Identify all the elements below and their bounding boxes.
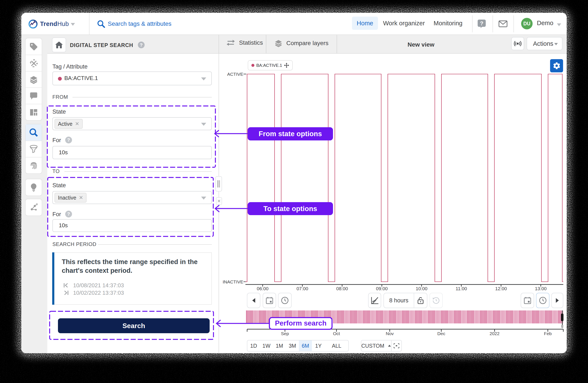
x-tick-label: 07:00	[296, 286, 308, 291]
custom-range-button[interactable]: CUSTOM	[361, 340, 392, 351]
duration-value[interactable]: 8 hours	[384, 297, 414, 304]
annotation-to-state-options: To state options	[248, 202, 333, 215]
triangle-left-icon	[252, 298, 255, 303]
timeline-month-label: 2022	[490, 331, 500, 336]
range-button-1d[interactable]: 1D	[247, 340, 260, 351]
x-tick-label: 09:00	[376, 286, 388, 291]
clock-right-button[interactable]	[536, 293, 549, 308]
history-button[interactable]	[429, 293, 443, 308]
overview-right-handle[interactable]	[561, 313, 564, 321]
splitter-handle[interactable]	[215, 176, 222, 192]
range-button-3m[interactable]: 3M	[286, 340, 299, 351]
range-button-all[interactable]: ALL	[325, 340, 349, 351]
annotation-from-state-options: From state options	[248, 127, 333, 140]
y-label-inactive: INACTIVE	[209, 279, 243, 285]
range-button-1y[interactable]: 1Y	[312, 340, 325, 351]
lock-duration-button[interactable]	[414, 297, 427, 304]
range-button-1w[interactable]: 1W	[260, 340, 273, 351]
x-tick-label: 11:00	[456, 286, 467, 291]
range-button-1m[interactable]: 1M	[273, 340, 286, 351]
selection-box-icon	[394, 343, 399, 348]
digital-step-chart	[21, 13, 567, 353]
caret-up-icon	[388, 344, 391, 347]
step-chart-mode-button[interactable]	[368, 293, 381, 308]
history-icon	[432, 297, 440, 304]
x-tick-label: 06:00	[257, 286, 269, 291]
x-tick-label: 13:00	[535, 286, 547, 291]
custom-range-picker-button[interactable]	[391, 340, 402, 351]
annotation-perform-search: Perform search	[269, 317, 333, 330]
lock-icon	[417, 297, 424, 304]
panel-collapse-icon: ✕	[217, 198, 221, 204]
y-label-active: ACTIVE	[209, 72, 243, 77]
timeline-month-label: Sep	[281, 331, 289, 336]
app-window: TrendHub Search tags & attributes Home W…	[21, 13, 567, 353]
range-button-6m[interactable]: 6M	[299, 340, 312, 351]
timeline-month-label: Oct	[333, 331, 340, 336]
clock-icon	[281, 297, 289, 304]
panel-collapse-button[interactable]: ✕	[216, 197, 222, 205]
calendar-icon	[266, 297, 273, 304]
x-tick-label: 08:00	[336, 286, 348, 291]
custom-range-label: CUSTOM	[361, 343, 384, 349]
screenshot-stage: TrendHub Search tags & attributes Home W…	[0, 0, 588, 383]
splitter-grip-line	[217, 180, 218, 188]
overview-scroll-thumb[interactable]	[561, 325, 563, 328]
calendar-right-button[interactable]	[521, 293, 534, 308]
x-tick-label: 10:00	[416, 286, 427, 291]
triangle-right-icon	[556, 298, 559, 303]
splitter-grip-line	[219, 180, 220, 188]
duration-lock-group: 8 hours	[383, 293, 427, 308]
clock-left-button[interactable]	[278, 293, 292, 308]
timeline-month-label: Feb	[544, 331, 552, 336]
calendar-icon	[524, 297, 531, 304]
step-wave-series	[245, 74, 563, 282]
step-chart-icon	[371, 297, 379, 304]
timeline-month-label: Nov	[386, 331, 394, 336]
pan-right-button[interactable]	[551, 293, 563, 308]
pan-left-button[interactable]	[247, 293, 260, 308]
clock-icon	[539, 297, 547, 304]
x-tick-label: 12:00	[495, 286, 507, 291]
timeline-month-label: Dec	[437, 331, 445, 336]
calendar-left-button[interactable]	[263, 293, 276, 308]
